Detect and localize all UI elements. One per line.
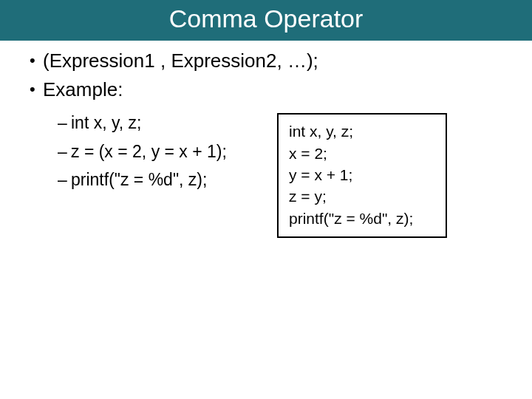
dash-icon: –	[58, 167, 71, 193]
sub-bullet: – int x, y, z;	[58, 110, 273, 136]
sub-bullet-text: int x, y, z;	[71, 110, 141, 136]
bullet-dot-icon: •	[30, 77, 43, 101]
two-column-area: – int x, y, z; – z = (x = 2, y = x + 1);…	[30, 110, 502, 238]
dash-icon: –	[58, 110, 71, 136]
bullet-dot-icon: •	[30, 48, 43, 72]
code-line: printf("z = %d", z);	[289, 208, 435, 229]
bullet-example-text: Example:	[43, 77, 123, 103]
slide: Comma Operator • (Expression1 , Expressi…	[0, 0, 532, 399]
slide-title: Comma Operator	[0, 4, 532, 33]
equivalent-code-box: int x, y, z; x = 2; y = x + 1; z = y; pr…	[277, 113, 447, 238]
code-line: y = x + 1;	[289, 164, 435, 185]
dash-icon: –	[58, 139, 71, 165]
sub-bullet-text: printf("z = %d", z);	[71, 167, 207, 193]
bullet-syntax-text: (Expression1 , Expression2, …);	[43, 48, 318, 74]
code-line: x = 2;	[289, 143, 435, 164]
left-column: – int x, y, z; – z = (x = 2, y = x + 1);…	[30, 110, 273, 196]
content-area: • (Expression1 , Expression2, …); • Exam…	[0, 41, 532, 238]
bullet-example: • Example:	[30, 77, 502, 103]
bullet-syntax: • (Expression1 , Expression2, …);	[30, 48, 502, 74]
right-column: int x, y, z; x = 2; y = x + 1; z = y; pr…	[277, 113, 447, 238]
code-line: z = y;	[289, 185, 435, 207]
sub-bullet-text: z = (x = 2, y = x + 1);	[71, 139, 227, 165]
title-bar: Comma Operator	[0, 0, 532, 41]
code-line: int x, y, z;	[289, 120, 435, 142]
sub-bullet: – z = (x = 2, y = x + 1);	[58, 139, 273, 165]
sub-bullet: – printf("z = %d", z);	[58, 167, 273, 193]
